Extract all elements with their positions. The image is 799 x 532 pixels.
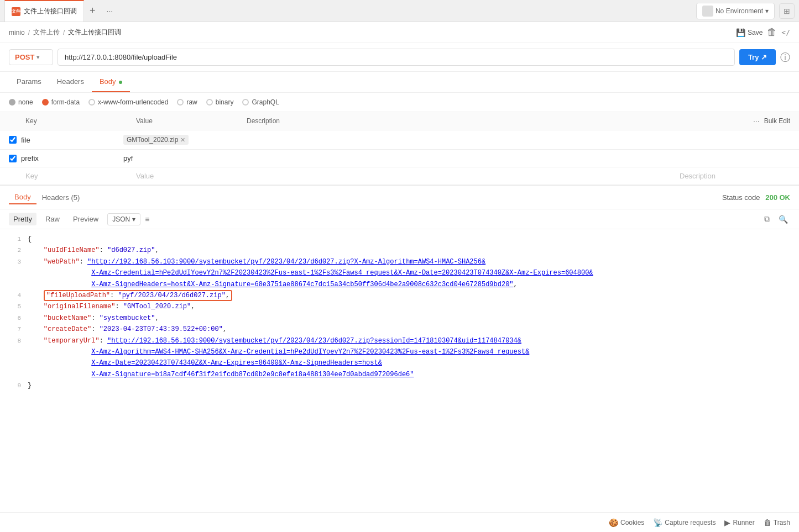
empty-key[interactable]: Key [25, 172, 136, 180]
env-label: No Environment [716, 7, 763, 15]
col-header-key: Key [25, 117, 136, 125]
save-button[interactable]: 💾 Save [736, 28, 763, 37]
breadcrumb-sep2: / [63, 29, 65, 36]
row-2-checkbox[interactable] [9, 155, 17, 162]
tab-headers[interactable]: Headers [49, 72, 92, 92]
profile-button[interactable]: ⊞ [779, 3, 795, 19]
breadcrumb: minio / 文件上传 / 文件上传接口回调 💾 Save 🗑 </ [0, 22, 799, 43]
radio-binary[interactable]: binary [206, 98, 234, 106]
empty-row[interactable]: Key Value Description [0, 167, 799, 185]
tab-bar: 文件 文件上传接口回调 + ··· No Environment ▾ ⊞ [0, 0, 799, 22]
col-header-desc: Description [247, 117, 753, 125]
breadcrumb-current: 文件上传接口回调 [68, 28, 121, 37]
method-label: POST [15, 53, 34, 61]
radio-form-data[interactable]: form-data [42, 98, 80, 106]
breadcrumb-sep1: / [28, 29, 30, 36]
trash-button[interactable]: 🗑 Trash [764, 518, 790, 527]
bulk-edit-button[interactable]: Bulk Edit [764, 117, 790, 125]
cookies-button[interactable]: 🍪 Cookies [609, 518, 644, 527]
json-viewer[interactable]: 1 { 2 "uuIdFileName": "d6d027.zip", 3 "w… [0, 229, 799, 406]
json-line-7: 7 "createDate": "2023-04-23T07:43:39.522… [0, 324, 799, 335]
capture-icon: 📡 [653, 518, 662, 527]
try-button[interactable]: Try ↗ [739, 49, 776, 65]
json-line-5: 5 "originalFilename": "GMTool_2020.zip", [0, 301, 799, 312]
breadcrumb-part2[interactable]: 文件上传 [33, 28, 60, 37]
radio-graphql[interactable]: GraphQL [242, 98, 279, 106]
empty-value[interactable]: Value [136, 172, 680, 180]
capture-button[interactable]: 📡 Capture requests [653, 518, 716, 527]
file-name: GMTool_2020.zip [127, 136, 178, 144]
radio-urlencoded-dot [88, 99, 95, 106]
url-input[interactable] [58, 49, 735, 66]
response-toolbar: Pretty Raw Preview JSON ▾ ≡ ⧉ 🔍 [0, 209, 799, 229]
copy-button[interactable]: ⧉ [762, 213, 772, 225]
cookies-label: Cookies [620, 519, 644, 526]
runner-icon: ▶ [724, 518, 730, 527]
body-dot [119, 81, 122, 84]
runner-button[interactable]: ▶ Runner [724, 518, 754, 527]
status-value: 200 OK [765, 193, 790, 202]
radio-none[interactable]: none [9, 98, 33, 106]
table-row: prefix pyf [0, 150, 799, 167]
radio-raw[interactable]: raw [177, 98, 197, 106]
resp-raw-tab[interactable]: Raw [41, 213, 64, 225]
row-1-value: GMTool_2020.zip ✕ [123, 135, 680, 145]
resp-pretty-tab[interactable]: Pretty [9, 213, 36, 225]
method-chevron: ▾ [36, 54, 39, 60]
json-line-8: 8 "temporaryUrl": "http://192.168.56.103… [0, 335, 799, 381]
bottom-bar: 🍪 Cookies 📡 Capture requests ▶ Runner 🗑 … [0, 512, 799, 532]
delete-button[interactable]: 🗑 [767, 27, 777, 38]
save-icon: 💾 [736, 28, 745, 37]
resp-preview-tab[interactable]: Preview [69, 213, 103, 225]
radio-raw-dot [177, 99, 184, 106]
resp-tab-body[interactable]: Body [9, 191, 36, 204]
request-tabs-nav: Params Headers Body [0, 72, 799, 93]
radio-urlencoded[interactable]: x-www-form-urlencoded [88, 98, 168, 106]
json-line-9: 9 } [0, 380, 799, 391]
file-remove-button[interactable]: ✕ [180, 136, 185, 144]
tab-options-button[interactable]: ··· [101, 7, 119, 15]
request-bar: POST ▾ Try ↗ ⓘ [0, 43, 799, 72]
format-selector[interactable]: JSON ▾ [107, 213, 140, 225]
breadcrumb-part1[interactable]: minio [9, 29, 25, 36]
json-line-6: 6 "bucketName": "systembucket", [0, 313, 799, 324]
table-actions: ··· Bulk Edit [753, 117, 790, 125]
env-chevron: ▾ [765, 7, 769, 15]
json-line-1: 1 { [0, 234, 799, 245]
file-badge: GMTool_2020.zip ✕ [123, 135, 189, 145]
row-2-value: pyf [123, 154, 680, 162]
method-selector[interactable]: POST ▾ [9, 49, 53, 65]
tab-right-section: No Environment ▾ ⊞ [696, 3, 795, 19]
radio-none-label: none [18, 98, 33, 106]
filter-button[interactable]: ≡ [145, 215, 149, 224]
body-type-selector: none form-data x-www-form-urlencoded raw… [0, 93, 799, 112]
table-more-button[interactable]: ··· [753, 117, 760, 125]
save-label: Save [748, 29, 763, 36]
row-1-key: file [21, 136, 123, 144]
tab-icon: 文件 [12, 7, 20, 16]
code-button[interactable]: </ [781, 28, 790, 36]
radio-binary-dot [206, 99, 213, 106]
table-row: file GMTool_2020.zip ✕ [0, 130, 799, 150]
info-button[interactable]: ⓘ [780, 51, 790, 64]
table-header: Key Value Description ··· Bulk Edit [0, 112, 799, 130]
radio-urlencoded-label: x-www-form-urlencoded [98, 98, 168, 106]
row-1-checkbox[interactable] [9, 136, 17, 144]
status-code-section: Status code 200 OK [722, 193, 790, 202]
new-tab-button[interactable]: + [84, 5, 101, 17]
radio-form-data-label: form-data [51, 98, 80, 106]
environment-selector[interactable]: No Environment ▾ [696, 3, 775, 19]
response-header: Body Headers (5) Status code 200 OK [0, 185, 799, 209]
capture-label: Capture requests [665, 519, 716, 526]
resp-tab-headers[interactable]: Headers (5) [36, 191, 86, 204]
search-button[interactable]: 🔍 [776, 214, 790, 225]
radio-raw-label: raw [186, 98, 197, 106]
active-tab[interactable]: 文件 文件上传接口回调 [4, 0, 84, 22]
radio-graphql-label: GraphQL [252, 98, 279, 106]
empty-desc[interactable]: Description [680, 172, 790, 180]
trash-icon: 🗑 [764, 518, 771, 527]
json-line-2: 2 "uuIdFileName": "d6d027.zip", [0, 245, 799, 256]
tab-body[interactable]: Body [92, 72, 130, 92]
tab-params[interactable]: Params [9, 72, 49, 92]
profile-icon: ⊞ [784, 7, 790, 15]
